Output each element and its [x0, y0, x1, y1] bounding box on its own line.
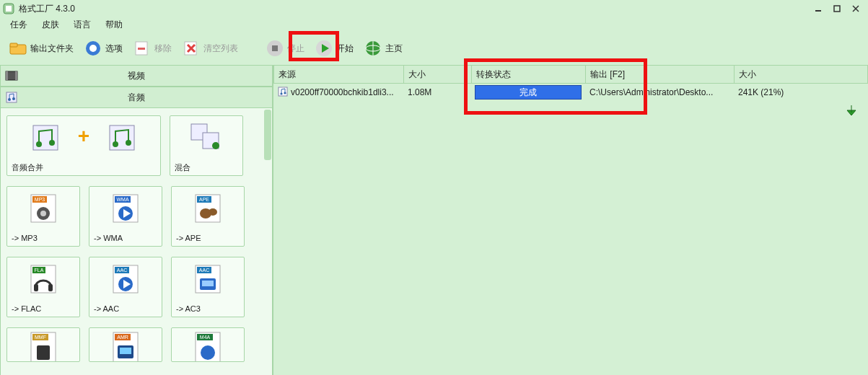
svg-rect-9	[138, 48, 145, 50]
col-status[interactable]: 转换状态	[472, 66, 586, 83]
tile-flac[interactable]: FLA -> FLAC	[6, 257, 80, 317]
svg-rect-12	[272, 45, 278, 51]
task-list-body: v0200ff70000bchkib1dli3... 1.08M 完成 C:\U…	[273, 84, 868, 375]
task-size2: 241K (21%)	[738, 87, 784, 97]
tile-aac[interactable]: AAC -> AAC	[89, 257, 162, 317]
task-row[interactable]: v0200ff70000bchkib1dli3... 1.08M 完成 C:\U…	[273, 84, 868, 101]
tile-ac3-label: -> AC3	[176, 304, 201, 313]
svg-rect-77	[279, 87, 287, 96]
svg-rect-25	[110, 125, 134, 150]
col-size2[interactable]: 大小	[735, 66, 867, 83]
tile-merge-label: 音频合并	[12, 162, 43, 173]
scrollbar-thumb[interactable]	[264, 110, 271, 160]
menubar: 任务 皮肤 语言 帮助	[0, 17, 868, 32]
audio-icon	[5, 91, 18, 104]
svg-point-79	[284, 92, 286, 94]
audio-pane: + 音频合并 混合	[0, 108, 273, 375]
menu-lang[interactable]: 语言	[68, 17, 97, 32]
tile-m4a[interactable]: M4A	[171, 327, 245, 362]
output-folder-button[interactable]: 输出文件夹	[4, 35, 78, 62]
svg-point-22	[8, 98, 11, 101]
tile-mmf[interactable]: MMF	[6, 327, 80, 362]
stop-label: 停止	[287, 43, 304, 55]
remove-icon	[133, 39, 152, 58]
close-button[interactable]	[846, 2, 865, 15]
globe-icon	[364, 39, 382, 58]
menu-help[interactable]: 帮助	[100, 17, 128, 32]
accordion-video[interactable]: 视频	[0, 65, 273, 87]
accordion-audio-label: 音频	[128, 92, 145, 104]
svg-point-7	[89, 45, 97, 52]
tile-wma-label: -> WMA	[94, 234, 123, 242]
start-button[interactable]: 开始	[310, 35, 358, 62]
accordion-audio[interactable]: 音频	[0, 87, 273, 108]
app-icon	[3, 3, 14, 14]
task-list-header: 来源 大小 转换状态 输出 [F2] 大小	[273, 65, 868, 84]
output-folder-label: 输出文件夹	[30, 43, 74, 55]
svg-rect-52	[34, 284, 38, 291]
svg-rect-20	[15, 71, 17, 80]
folder-icon	[9, 39, 27, 58]
svg-rect-63	[202, 281, 214, 286]
svg-text:M4A: M4A	[200, 335, 211, 340]
home-label: 主页	[385, 43, 403, 55]
remove-button[interactable]: 移除	[128, 35, 176, 62]
task-status: 完成	[475, 85, 582, 100]
svg-point-27	[49, 140, 55, 146]
svg-point-26	[36, 141, 42, 147]
col-output[interactable]: 输出 [F2]	[586, 66, 735, 83]
clear-icon	[182, 39, 201, 58]
menu-skin[interactable]: 皮肤	[36, 17, 65, 32]
col-size[interactable]: 大小	[404, 66, 472, 83]
svg-point-28	[113, 141, 118, 147]
col-source[interactable]: 来源	[274, 66, 404, 83]
svg-rect-53	[48, 284, 53, 291]
menu-task[interactable]: 任务	[4, 17, 33, 32]
tile-wma[interactable]: WMA -> WMA	[89, 186, 162, 247]
video-icon	[5, 69, 18, 82]
svg-rect-72	[120, 348, 131, 354]
home-button[interactable]: 主页	[359, 35, 407, 62]
options-icon	[84, 39, 102, 58]
tile-flac-label: -> FLAC	[12, 304, 41, 313]
accordion-video-label: 视频	[128, 70, 145, 82]
tile-mp3-label: -> MP3	[12, 234, 38, 242]
start-label: 开始	[336, 43, 354, 55]
svg-point-29	[126, 140, 131, 146]
tile-mp3[interactable]: MP3 -> MP3	[6, 186, 80, 247]
tile-ape[interactable]: APE -> APE	[171, 186, 245, 247]
toolbar: 输出文件夹 选项 移除 清空列表 停止 开始 主页	[0, 32, 868, 65]
clear-label: 清空列表	[203, 43, 238, 55]
maximize-button[interactable]	[828, 2, 846, 15]
tile-mix[interactable]: 混合	[170, 115, 243, 176]
task-size: 1.08M	[408, 87, 431, 97]
svg-rect-1	[6, 6, 12, 12]
tile-ape-label: -> APE	[176, 234, 201, 242]
arrow-down-icon	[845, 104, 858, 119]
task-output: C:\Users\Administrator\Deskto...	[589, 87, 713, 97]
start-icon	[315, 39, 333, 58]
svg-text:FLA: FLA	[35, 268, 44, 273]
svg-rect-5	[10, 43, 17, 47]
svg-text:WMA: WMA	[116, 197, 128, 202]
svg-rect-24	[33, 125, 58, 150]
stop-button[interactable]: 停止	[261, 35, 309, 62]
svg-text:APE: APE	[199, 197, 209, 202]
options-label: 选项	[105, 43, 123, 55]
clear-button[interactable]: 清空列表	[177, 35, 242, 62]
tile-audio-merge[interactable]: + 音频合并	[6, 115, 161, 176]
tile-amr[interactable]: AMR	[89, 327, 162, 362]
minimize-button[interactable]	[809, 2, 828, 15]
svg-rect-2	[815, 10, 821, 12]
tile-ac3[interactable]: AAC -> AC3	[171, 257, 245, 317]
svg-point-76	[201, 345, 215, 360]
options-button[interactable]: 选项	[79, 35, 127, 62]
file-audio-icon	[278, 87, 288, 99]
tile-aac-label: -> AAC	[94, 304, 119, 313]
svg-rect-67	[37, 345, 50, 360]
remove-label: 移除	[154, 43, 172, 55]
svg-text:AAC: AAC	[117, 268, 127, 273]
svg-text:AMR: AMR	[117, 335, 128, 340]
svg-point-23	[12, 97, 15, 100]
stop-icon	[266, 39, 284, 58]
